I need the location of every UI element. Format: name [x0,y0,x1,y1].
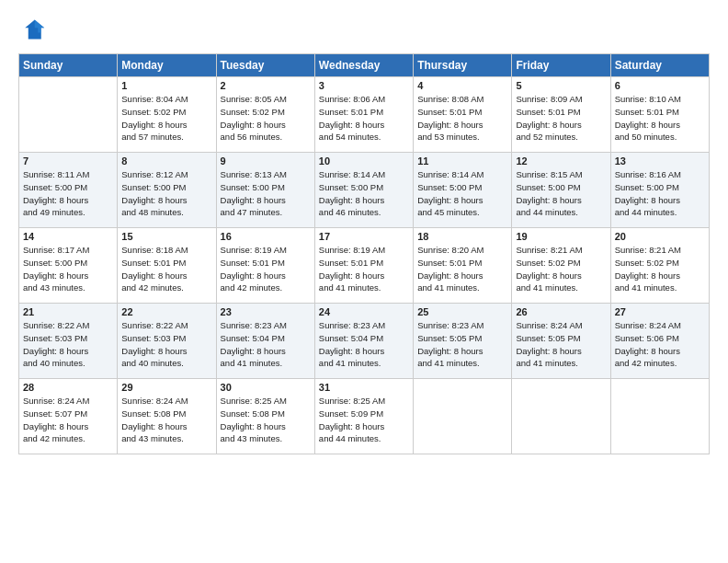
calendar-cell: 30Sunrise: 8:25 AMSunset: 5:08 PMDayligh… [216,379,314,454]
sunset-text: Sunset: 5:00 PM [23,181,113,194]
calendar-cell: 31Sunrise: 8:25 AMSunset: 5:09 PMDayligh… [314,379,413,454]
daylight-text: Daylight: 8 hoursand 43 minutes. [121,420,211,446]
calendar-cell: 4Sunrise: 8:08 AMSunset: 5:01 PMDaylight… [414,77,512,153]
calendar-cell: 13Sunrise: 8:16 AMSunset: 5:00 PMDayligh… [610,153,709,228]
calendar-cell: 24Sunrise: 8:23 AMSunset: 5:04 PMDayligh… [314,304,413,379]
sunset-text: Sunset: 5:02 PM [221,106,311,119]
sunset-text: Sunset: 5:01 PM [615,106,705,119]
day-number: 10 [319,155,409,167]
sunrise-text: Sunrise: 8:13 AM [221,168,311,181]
daylight-text: Daylight: 8 hoursand 41 minutes. [417,345,507,371]
sunrise-text: Sunrise: 8:10 AM [615,93,705,106]
week-row-3: 14Sunrise: 8:17 AMSunset: 5:00 PMDayligh… [19,228,710,304]
sunrise-text: Sunrise: 8:15 AM [516,168,606,181]
day-number: 24 [319,306,409,317]
day-info: Sunrise: 8:19 AMSunset: 5:01 PMDaylight:… [319,244,409,294]
daylight-text: Daylight: 8 hoursand 52 minutes. [516,119,606,144]
daylight-text: Daylight: 8 hoursand 53 minutes. [417,119,507,144]
calendar-cell: 21Sunrise: 8:22 AMSunset: 5:03 PMDayligh… [19,304,118,379]
daylight-text: Daylight: 8 hoursand 41 minutes. [516,345,606,371]
day-number: 15 [121,231,211,242]
week-row-5: 28Sunrise: 8:24 AMSunset: 5:07 PMDayligh… [19,379,710,454]
day-number: 14 [23,231,113,242]
sunrise-text: Sunrise: 8:25 AM [221,395,311,408]
day-info: Sunrise: 8:17 AMSunset: 5:00 PMDaylight:… [23,244,113,294]
sunrise-text: Sunrise: 8:06 AM [319,93,409,106]
day-info: Sunrise: 8:14 AMSunset: 5:00 PMDaylight:… [319,168,409,219]
day-info: Sunrise: 8:06 AMSunset: 5:01 PMDaylight:… [319,93,409,144]
sunset-text: Sunset: 5:05 PM [417,332,507,345]
sunrise-text: Sunrise: 8:24 AM [516,319,606,332]
day-number: 22 [121,306,211,317]
calendar-cell: 20Sunrise: 8:21 AMSunset: 5:02 PMDayligh… [610,228,709,304]
day-number: 9 [221,155,311,167]
sunset-text: Sunset: 5:00 PM [516,181,606,194]
day-info: Sunrise: 8:24 AMSunset: 5:05 PMDaylight:… [516,319,606,370]
header [18,17,710,46]
sunrise-text: Sunrise: 8:11 AM [23,168,113,181]
calendar-cell: 5Sunrise: 8:09 AMSunset: 5:01 PMDaylight… [512,77,610,153]
daylight-text: Daylight: 8 hoursand 44 minutes. [516,194,606,220]
sunset-text: Sunset: 5:00 PM [319,181,409,194]
daylight-text: Daylight: 8 hoursand 40 minutes. [121,345,211,371]
day-number: 20 [615,231,705,242]
daylight-text: Daylight: 8 hoursand 41 minutes. [319,270,409,295]
logo-icon [20,17,46,42]
calendar-cell: 29Sunrise: 8:24 AMSunset: 5:08 PMDayligh… [118,379,216,454]
day-info: Sunrise: 8:16 AMSunset: 5:00 PMDaylight:… [615,168,705,219]
daylight-text: Daylight: 8 hoursand 50 minutes. [615,119,705,144]
weekday-header-wednesday: Wednesday [314,54,413,77]
sunrise-text: Sunrise: 8:23 AM [417,319,507,332]
day-number: 28 [23,382,113,393]
weekday-header-thursday: Thursday [414,54,512,77]
sunset-text: Sunset: 5:02 PM [615,257,705,270]
daylight-text: Daylight: 8 hoursand 41 minutes. [417,270,507,295]
day-number: 11 [417,155,507,167]
day-info: Sunrise: 8:22 AMSunset: 5:03 PMDaylight:… [121,319,211,370]
day-number: 6 [615,80,705,91]
sunset-text: Sunset: 5:06 PM [615,332,705,345]
day-info: Sunrise: 8:20 AMSunset: 5:01 PMDaylight:… [417,244,507,294]
sunset-text: Sunset: 5:09 PM [319,408,409,420]
calendar-cell: 22Sunrise: 8:22 AMSunset: 5:03 PMDayligh… [118,304,216,379]
week-row-2: 7Sunrise: 8:11 AMSunset: 5:00 PMDaylight… [19,153,710,228]
sunrise-text: Sunrise: 8:18 AM [121,244,211,257]
sunset-text: Sunset: 5:01 PM [319,257,409,270]
day-number: 19 [516,231,606,242]
sunrise-text: Sunrise: 8:09 AM [516,93,606,106]
daylight-text: Daylight: 8 hoursand 47 minutes. [221,194,311,220]
sunset-text: Sunset: 5:01 PM [121,257,211,270]
sunrise-text: Sunrise: 8:14 AM [319,168,409,181]
day-info: Sunrise: 8:08 AMSunset: 5:01 PMDaylight:… [417,93,507,144]
daylight-text: Daylight: 8 hoursand 42 minutes. [615,345,705,371]
sunset-text: Sunset: 5:03 PM [121,332,211,345]
daylight-text: Daylight: 8 hoursand 42 minutes. [23,420,113,446]
calendar-cell: 7Sunrise: 8:11 AMSunset: 5:00 PMDaylight… [19,153,118,228]
daylight-text: Daylight: 8 hoursand 41 minutes. [615,270,705,295]
sunrise-text: Sunrise: 8:24 AM [23,395,113,408]
day-number: 4 [417,80,507,91]
day-number: 8 [121,155,211,167]
daylight-text: Daylight: 8 hoursand 54 minutes. [319,119,409,144]
day-info: Sunrise: 8:23 AMSunset: 5:05 PMDaylight:… [417,319,507,370]
weekday-header-sunday: Sunday [19,54,118,77]
calendar-cell: 28Sunrise: 8:24 AMSunset: 5:07 PMDayligh… [19,379,118,454]
sunrise-text: Sunrise: 8:14 AM [417,168,507,181]
daylight-text: Daylight: 8 hoursand 49 minutes. [23,194,113,220]
daylight-text: Daylight: 8 hoursand 57 minutes. [121,119,211,144]
daylight-text: Daylight: 8 hoursand 45 minutes. [417,194,507,220]
sunset-text: Sunset: 5:04 PM [319,332,409,345]
day-number: 1 [121,80,211,91]
day-info: Sunrise: 8:19 AMSunset: 5:01 PMDaylight:… [221,244,311,294]
sunset-text: Sunset: 5:02 PM [516,257,606,270]
day-info: Sunrise: 8:25 AMSunset: 5:08 PMDaylight:… [221,395,311,445]
sunrise-text: Sunrise: 8:20 AM [417,244,507,257]
sunrise-text: Sunrise: 8:17 AM [23,244,113,257]
sunset-text: Sunset: 5:00 PM [615,181,705,194]
sunrise-text: Sunrise: 8:22 AM [121,319,211,332]
day-info: Sunrise: 8:15 AMSunset: 5:00 PMDaylight:… [516,168,606,219]
weekday-header-tuesday: Tuesday [216,54,314,77]
sunset-text: Sunset: 5:04 PM [221,332,311,345]
daylight-text: Daylight: 8 hoursand 41 minutes. [319,345,409,371]
daylight-text: Daylight: 8 hoursand 42 minutes. [121,270,211,295]
